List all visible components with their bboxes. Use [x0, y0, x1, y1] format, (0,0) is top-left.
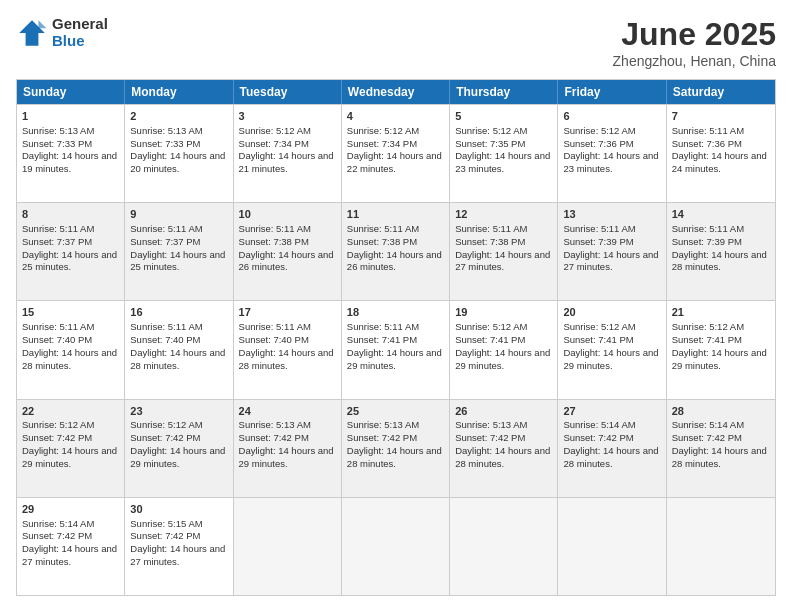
empty-cell — [450, 498, 558, 595]
day-number: 3 — [239, 109, 336, 124]
sunrise-4: Sunrise: 5:12 AM — [347, 125, 419, 136]
day-number: 26 — [455, 404, 552, 419]
header-friday: Friday — [558, 80, 666, 104]
day-number: 8 — [22, 207, 119, 222]
logo-general-text: General — [52, 16, 108, 33]
day-27: 27 Sunrise: 5:14 AM Sunset: 7:42 PM Dayl… — [558, 400, 666, 497]
sunset-1: Sunset: 7:33 PM — [22, 138, 92, 149]
empty-cell — [342, 498, 450, 595]
day-29: 29 Sunrise: 5:14 AM Sunset: 7:42 PM Dayl… — [17, 498, 125, 595]
sunrise-7: Sunrise: 5:11 AM — [672, 125, 744, 136]
day-9: 9 Sunrise: 5:11 AM Sunset: 7:37 PM Dayli… — [125, 203, 233, 300]
calendar: Sunday Monday Tuesday Wednesday Thursday… — [16, 79, 776, 596]
sunset-2: Sunset: 7:33 PM — [130, 138, 200, 149]
day-number: 23 — [130, 404, 227, 419]
day-number: 7 — [672, 109, 770, 124]
daylight-5: Daylight: 14 hours and 23 minutes. — [455, 150, 550, 174]
day-number: 6 — [563, 109, 660, 124]
day-15: 15 Sunrise: 5:11 AM Sunset: 7:40 PM Dayl… — [17, 301, 125, 398]
daylight-4: Daylight: 14 hours and 22 minutes. — [347, 150, 442, 174]
header: General Blue June 2025 Zhengzhou, Henan,… — [16, 16, 776, 69]
header-monday: Monday — [125, 80, 233, 104]
day-6: 6 Sunrise: 5:12 AM Sunset: 7:36 PM Dayli… — [558, 105, 666, 202]
day-number: 13 — [563, 207, 660, 222]
day-number: 25 — [347, 404, 444, 419]
header-wednesday: Wednesday — [342, 80, 450, 104]
day-5: 5 Sunrise: 5:12 AM Sunset: 7:35 PM Dayli… — [450, 105, 558, 202]
day-number: 12 — [455, 207, 552, 222]
daylight-1: Daylight: 14 hours and 19 minutes. — [22, 150, 117, 174]
week-row-5: 29 Sunrise: 5:14 AM Sunset: 7:42 PM Dayl… — [17, 497, 775, 595]
day-21: 21 Sunrise: 5:12 AM Sunset: 7:41 PM Dayl… — [667, 301, 775, 398]
sunset-3: Sunset: 7:34 PM — [239, 138, 309, 149]
daylight-7: Daylight: 14 hours and 24 minutes. — [672, 150, 767, 174]
empty-cell — [234, 498, 342, 595]
day-8: 8 Sunrise: 5:11 AM Sunset: 7:37 PM Dayli… — [17, 203, 125, 300]
sunrise-2: Sunrise: 5:13 AM — [130, 125, 202, 136]
day-26: 26 Sunrise: 5:13 AM Sunset: 7:42 PM Dayl… — [450, 400, 558, 497]
sunset-4: Sunset: 7:34 PM — [347, 138, 417, 149]
day-2: 2 Sunrise: 5:13 AM Sunset: 7:33 PM Dayli… — [125, 105, 233, 202]
day-20: 20 Sunrise: 5:12 AM Sunset: 7:41 PM Dayl… — [558, 301, 666, 398]
title-location: Zhengzhou, Henan, China — [613, 53, 776, 69]
day-number: 10 — [239, 207, 336, 222]
sunrise-6: Sunrise: 5:12 AM — [563, 125, 635, 136]
day-number: 19 — [455, 305, 552, 320]
day-number: 28 — [672, 404, 770, 419]
day-7: 7 Sunrise: 5:11 AM Sunset: 7:36 PM Dayli… — [667, 105, 775, 202]
day-number: 29 — [22, 502, 119, 517]
daylight-3: Daylight: 14 hours and 21 minutes. — [239, 150, 334, 174]
day-number: 20 — [563, 305, 660, 320]
day-22: 22 Sunrise: 5:12 AM Sunset: 7:42 PM Dayl… — [17, 400, 125, 497]
week-row-1: 1 Sunrise: 5:13 AM Sunset: 7:33 PM Dayli… — [17, 104, 775, 202]
sunset-5: Sunset: 7:35 PM — [455, 138, 525, 149]
sunrise-3: Sunrise: 5:12 AM — [239, 125, 311, 136]
logo: General Blue — [16, 16, 108, 49]
day-number: 27 — [563, 404, 660, 419]
sunrise-5: Sunrise: 5:12 AM — [455, 125, 527, 136]
day-24: 24 Sunrise: 5:13 AM Sunset: 7:42 PM Dayl… — [234, 400, 342, 497]
empty-cell — [667, 498, 775, 595]
day-18: 18 Sunrise: 5:11 AM Sunset: 7:41 PM Dayl… — [342, 301, 450, 398]
day-number: 21 — [672, 305, 770, 320]
day-number: 5 — [455, 109, 552, 124]
day-25: 25 Sunrise: 5:13 AM Sunset: 7:42 PM Dayl… — [342, 400, 450, 497]
day-number: 24 — [239, 404, 336, 419]
logo-text: General Blue — [52, 16, 108, 49]
header-sunday: Sunday — [17, 80, 125, 104]
empty-cell — [558, 498, 666, 595]
logo-blue-text: Blue — [52, 33, 108, 50]
header-tuesday: Tuesday — [234, 80, 342, 104]
sunset-6: Sunset: 7:36 PM — [563, 138, 633, 149]
day-1: 1 Sunrise: 5:13 AM Sunset: 7:33 PM Dayli… — [17, 105, 125, 202]
daylight-2: Daylight: 14 hours and 20 minutes. — [130, 150, 225, 174]
day-17: 17 Sunrise: 5:11 AM Sunset: 7:40 PM Dayl… — [234, 301, 342, 398]
day-10: 10 Sunrise: 5:11 AM Sunset: 7:38 PM Dayl… — [234, 203, 342, 300]
day-3: 3 Sunrise: 5:12 AM Sunset: 7:34 PM Dayli… — [234, 105, 342, 202]
day-number: 22 — [22, 404, 119, 419]
day-30: 30 Sunrise: 5:15 AM Sunset: 7:42 PM Dayl… — [125, 498, 233, 595]
calendar-header: Sunday Monday Tuesday Wednesday Thursday… — [17, 80, 775, 104]
day-number: 11 — [347, 207, 444, 222]
day-number: 17 — [239, 305, 336, 320]
day-number: 15 — [22, 305, 119, 320]
header-saturday: Saturday — [667, 80, 775, 104]
sunset-7: Sunset: 7:36 PM — [672, 138, 742, 149]
day-number: 14 — [672, 207, 770, 222]
sunrise-1: Sunrise: 5:13 AM — [22, 125, 94, 136]
week-row-2: 8 Sunrise: 5:11 AM Sunset: 7:37 PM Dayli… — [17, 202, 775, 300]
title-month: June 2025 — [613, 16, 776, 53]
day-28: 28 Sunrise: 5:14 AM Sunset: 7:42 PM Dayl… — [667, 400, 775, 497]
week-row-3: 15 Sunrise: 5:11 AM Sunset: 7:40 PM Dayl… — [17, 300, 775, 398]
week-row-4: 22 Sunrise: 5:12 AM Sunset: 7:42 PM Dayl… — [17, 399, 775, 497]
day-14: 14 Sunrise: 5:11 AM Sunset: 7:39 PM Dayl… — [667, 203, 775, 300]
day-number: 18 — [347, 305, 444, 320]
day-23: 23 Sunrise: 5:12 AM Sunset: 7:42 PM Dayl… — [125, 400, 233, 497]
logo-icon — [16, 17, 48, 49]
day-number: 9 — [130, 207, 227, 222]
day-13: 13 Sunrise: 5:11 AM Sunset: 7:39 PM Dayl… — [558, 203, 666, 300]
day-19: 19 Sunrise: 5:12 AM Sunset: 7:41 PM Dayl… — [450, 301, 558, 398]
day-number: 4 — [347, 109, 444, 124]
calendar-body: 1 Sunrise: 5:13 AM Sunset: 7:33 PM Dayli… — [17, 104, 775, 595]
day-16: 16 Sunrise: 5:11 AM Sunset: 7:40 PM Dayl… — [125, 301, 233, 398]
